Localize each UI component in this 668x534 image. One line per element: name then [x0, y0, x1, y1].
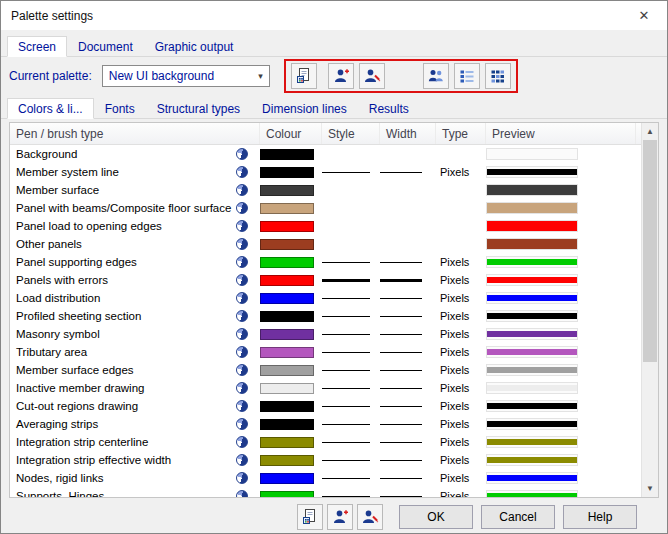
style-cell[interactable]: [322, 172, 380, 173]
style-cell[interactable]: [322, 334, 380, 335]
color-swatch[interactable]: [260, 383, 314, 394]
width-cell[interactable]: [380, 478, 436, 479]
close-button[interactable]: ✕: [621, 1, 667, 30]
color-swatch[interactable]: [260, 293, 314, 304]
color-swatch[interactable]: [260, 329, 314, 340]
table-row[interactable]: Other panels: [10, 235, 641, 253]
subtab-results[interactable]: Results: [358, 98, 420, 119]
color-swatch[interactable]: [260, 419, 314, 430]
style-cell[interactable]: [322, 352, 380, 353]
style-cell[interactable]: [322, 442, 380, 443]
table-row[interactable]: Panel load to opening edges: [10, 217, 641, 235]
edit-user-palette-button[interactable]: [359, 63, 385, 89]
color-swatch[interactable]: [260, 365, 314, 376]
style-cell[interactable]: [322, 316, 380, 317]
type-cell[interactable]: Pixels: [436, 292, 486, 304]
footer-save-user-palette-button[interactable]: [327, 504, 353, 530]
color-swatch[interactable]: [260, 185, 314, 196]
footer-edit-user-palette-button[interactable]: [357, 504, 383, 530]
width-cell[interactable]: [380, 370, 436, 371]
help-button[interactable]: Help: [563, 505, 637, 529]
table-row[interactable]: Panel with beams/Composite floor surface: [10, 199, 641, 217]
style-cell[interactable]: [322, 262, 380, 263]
tab-graphic-output[interactable]: Graphic output: [144, 36, 245, 57]
type-cell[interactable]: Pixels: [436, 436, 486, 448]
table-row[interactable]: Panel supporting edges Pixels: [10, 253, 641, 271]
color-swatch[interactable]: [260, 347, 314, 358]
tab-document[interactable]: Document: [67, 36, 144, 57]
table-row[interactable]: Panels with errors Pixels: [10, 271, 641, 289]
table-row[interactable]: Averaging strips Pixels: [10, 415, 641, 433]
color-swatch[interactable]: [260, 473, 314, 484]
width-cell[interactable]: [380, 262, 436, 263]
style-cell[interactable]: [322, 460, 380, 461]
subtab-colors-lines[interactable]: Colors & li...: [7, 98, 94, 119]
style-cell[interactable]: [322, 406, 380, 407]
scrollbar-thumb[interactable]: [643, 140, 657, 362]
type-cell[interactable]: Pixels: [436, 490, 486, 497]
width-cell[interactable]: [380, 352, 436, 353]
copy-palette-button[interactable]: [291, 63, 317, 89]
palette-list-view-button[interactable]: [454, 63, 480, 89]
table-row[interactable]: Background: [10, 145, 641, 163]
palette-details-view-button[interactable]: [485, 63, 511, 89]
width-cell[interactable]: [380, 460, 436, 461]
color-swatch[interactable]: [260, 167, 314, 178]
width-cell[interactable]: [380, 496, 436, 497]
style-cell[interactable]: [322, 370, 380, 371]
table-row[interactable]: Nodes, rigid links Pixels: [10, 469, 641, 487]
scroll-down-icon[interactable]: ▼: [642, 480, 658, 497]
color-swatch[interactable]: [260, 239, 314, 250]
style-cell[interactable]: [322, 478, 380, 479]
style-cell[interactable]: [322, 424, 380, 425]
type-cell[interactable]: Pixels: [436, 256, 486, 268]
type-cell[interactable]: Pixels: [436, 274, 486, 286]
table-row[interactable]: Supports, Hinges Pixels: [10, 487, 641, 497]
color-swatch[interactable]: [260, 221, 314, 232]
table-row[interactable]: Profiled sheeting section Pixels: [10, 307, 641, 325]
color-swatch[interactable]: [260, 437, 314, 448]
color-swatch[interactable]: [260, 149, 314, 160]
width-cell[interactable]: [380, 172, 436, 173]
footer-copy-palette-button[interactable]: [297, 504, 323, 530]
table-row[interactable]: Member system line Pixels: [10, 163, 641, 181]
ok-button[interactable]: OK: [399, 505, 473, 529]
style-cell[interactable]: [322, 496, 380, 497]
width-cell[interactable]: [380, 424, 436, 425]
width-cell[interactable]: [380, 334, 436, 335]
table-row[interactable]: Integration strip centerline Pixels: [10, 433, 641, 451]
cancel-button[interactable]: Cancel: [481, 505, 555, 529]
type-cell[interactable]: Pixels: [436, 364, 486, 376]
type-cell[interactable]: Pixels: [436, 166, 486, 178]
table-row[interactable]: Member surface: [10, 181, 641, 199]
type-cell[interactable]: Pixels: [436, 310, 486, 322]
type-cell[interactable]: Pixels: [436, 382, 486, 394]
scroll-up-icon[interactable]: ▲: [642, 123, 658, 140]
style-cell[interactable]: [322, 388, 380, 389]
color-swatch[interactable]: [260, 455, 314, 466]
table-row[interactable]: Member surface edges Pixels: [10, 361, 641, 379]
width-cell[interactable]: [380, 316, 436, 317]
system-palettes-button[interactable]: [423, 63, 449, 89]
color-swatch[interactable]: [260, 311, 314, 322]
width-cell[interactable]: [380, 279, 436, 282]
table-row[interactable]: Load distribution Pixels: [10, 289, 641, 307]
type-cell[interactable]: Pixels: [436, 454, 486, 466]
palette-dropdown[interactable]: New UI background ▾: [102, 65, 270, 87]
color-swatch[interactable]: [260, 203, 314, 214]
type-cell[interactable]: Pixels: [436, 472, 486, 484]
subtab-dimension-lines[interactable]: Dimension lines: [251, 98, 358, 119]
table-row[interactable]: Masonry symbol Pixels: [10, 325, 641, 343]
color-swatch[interactable]: [260, 257, 314, 268]
tab-screen[interactable]: Screen: [7, 36, 67, 57]
width-cell[interactable]: [380, 442, 436, 443]
table-row[interactable]: Tributary area Pixels: [10, 343, 641, 361]
color-swatch[interactable]: [260, 491, 314, 498]
width-cell[interactable]: [380, 406, 436, 407]
type-cell[interactable]: Pixels: [436, 418, 486, 430]
width-cell[interactable]: [380, 388, 436, 389]
table-row[interactable]: Inactive member drawing Pixels: [10, 379, 641, 397]
subtab-fonts[interactable]: Fonts: [94, 98, 146, 119]
style-cell[interactable]: [322, 298, 380, 299]
type-cell[interactable]: Pixels: [436, 400, 486, 412]
